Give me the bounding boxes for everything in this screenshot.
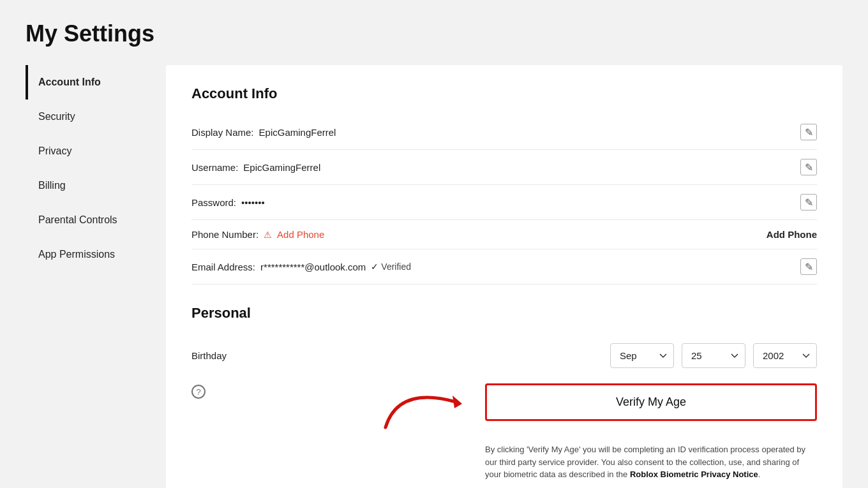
display-name-row: Display Name: EpicGamingFerrel ✎	[191, 115, 817, 150]
birthday-label: Birthday	[191, 350, 227, 361]
password-label: Password:	[191, 197, 236, 208]
email-value: r***********@outlook.com	[260, 262, 366, 272]
arrow-container	[379, 373, 475, 431]
phone-label: Phone Number:	[191, 229, 258, 240]
account-info-title: Account Info	[191, 85, 817, 102]
sidebar-item-billing[interactable]: Billing	[26, 168, 166, 203]
sidebar-item-privacy[interactable]: Privacy	[26, 134, 166, 168]
personal-section: Personal Birthday Sep 25 2002	[191, 305, 817, 488]
birthday-row: Birthday Sep 25 2002	[191, 334, 817, 377]
email-row: Email Address: r***********@outlook.com …	[191, 249, 817, 285]
display-name-label: Display Name:	[191, 127, 254, 138]
email-edit-icon[interactable]: ✎	[800, 258, 817, 275]
username-edit-icon[interactable]: ✎	[800, 159, 817, 175]
verify-my-age-button[interactable]: Verify My Age	[485, 383, 817, 421]
verified-text: Verified	[381, 262, 411, 272]
main-content: Account Info Display Name: EpicGamingFer…	[166, 65, 842, 488]
display-name-value: EpicGamingFerrel	[259, 127, 336, 138]
phone-warning-icon: ⚠	[264, 230, 272, 240]
biometric-privacy-link[interactable]: Roblox Biometric Privacy Notice	[630, 470, 758, 479]
verify-area: Verify My Age By clicking 'Verify My Age…	[379, 373, 817, 481]
sidebar-item-account-info[interactable]: Account Info	[26, 65, 166, 100]
sidebar-item-security[interactable]: Security	[26, 100, 166, 134]
birthday-month-select[interactable]: Sep	[610, 343, 674, 368]
sidebar-item-app-permissions[interactable]: App Permissions	[26, 237, 166, 272]
verify-description: By clicking 'Verify My Age' you will be …	[485, 443, 817, 481]
verify-btn-wrapper: Verify My Age	[379, 373, 817, 431]
birthday-selects: Sep 25 2002	[610, 343, 817, 368]
page-title: My Settings	[26, 20, 842, 47]
sidebar-item-parental-controls[interactable]: Parental Controls	[26, 203, 166, 237]
password-edit-icon[interactable]: ✎	[800, 194, 817, 211]
password-row: Password: ••••••• ✎	[191, 185, 817, 220]
verified-checkmark: ✓	[371, 262, 378, 272]
phone-row: Phone Number: ⚠ Add Phone Add Phone	[191, 220, 817, 249]
birthday-help-icon[interactable]: ?	[191, 385, 206, 399]
display-name-edit-icon[interactable]: ✎	[800, 124, 817, 140]
birthday-day-select[interactable]: 25	[682, 343, 745, 368]
personal-title: Personal	[191, 305, 817, 322]
red-arrow-icon	[379, 373, 475, 431]
username-label: Username:	[191, 162, 238, 173]
username-row: Username: EpicGamingFerrel ✎	[191, 150, 817, 185]
help-icon-row: ?	[191, 380, 206, 406]
email-label: Email Address:	[191, 262, 255, 272]
svg-marker-0	[453, 396, 462, 408]
add-phone-button[interactable]: Add Phone	[767, 229, 817, 240]
add-phone-link[interactable]: Add Phone	[277, 229, 324, 240]
email-verified-badge: ✓ Verified	[371, 262, 411, 272]
username-value: EpicGamingFerrel	[243, 162, 320, 173]
sidebar: Account Info Security Privacy Billing Pa…	[26, 65, 166, 488]
birthday-year-select[interactable]: 2002	[753, 343, 817, 368]
password-value: •••••••	[241, 197, 265, 208]
